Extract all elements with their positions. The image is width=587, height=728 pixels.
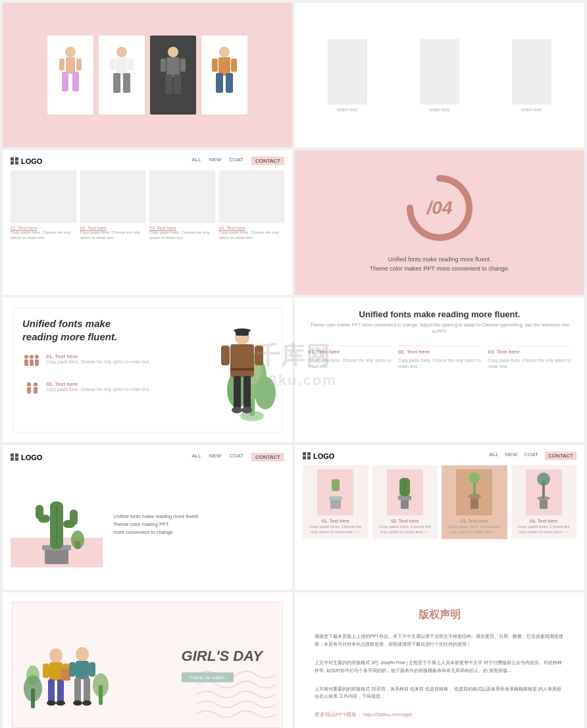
slide-8: LOGO ALL NEW COAT CONTACT xyxy=(295,445,584,590)
slide7-nav-new[interactable]: NEW xyxy=(209,453,222,461)
copyright-para2: 上文中对主要的的排版格式 1F]: Josefin Fine | 之指至于不算上… xyxy=(315,659,565,675)
logo-sq-12 xyxy=(307,456,311,459)
svg-rect-11 xyxy=(128,59,134,70)
svg-rect-97 xyxy=(89,662,95,677)
slide7-nav-all[interactable]: ALL xyxy=(191,453,201,461)
svg-point-77 xyxy=(469,473,480,483)
svg-rect-98 xyxy=(74,678,81,703)
slide7-text-3: more convenient to change. xyxy=(113,529,199,536)
logo-sq-11 xyxy=(303,456,306,459)
col-desc-2: Copy paste fonts. Choose the only option… xyxy=(398,357,482,369)
fig-col-2: retain text. xyxy=(420,39,459,112)
slide7-logo-icon xyxy=(11,454,18,461)
slide-3: LOGO ALL NEW COAT CONTACT 01. Text here … xyxy=(3,150,292,295)
svg-rect-83 xyxy=(31,689,35,708)
pcard-4: 04. Text here Copy paste fonts. Choose t… xyxy=(511,465,577,539)
logo-sq-10 xyxy=(307,452,311,455)
svg-point-81 xyxy=(537,473,550,486)
product-num-4: 04. Text here xyxy=(219,226,285,230)
product-desc-1: Copy paste fonts. Choose the only option… xyxy=(11,230,76,241)
copyright-link: 更多精品PPT模板： http://588ku.com/ppt/ xyxy=(315,711,565,718)
slide6-subtitle: Theme color makes PPT more convenient to… xyxy=(308,322,571,335)
col-title-1: 01. Text here xyxy=(308,349,392,355)
svg-rect-57 xyxy=(36,505,43,519)
nav-new[interactable]: NEW xyxy=(209,157,222,165)
logo-text: LOGO xyxy=(21,157,42,165)
pcard-img-1 xyxy=(317,469,353,515)
slide-5: Unified fonts make reading more fluent. xyxy=(3,298,292,442)
slide-4: /04 Unified fonts make reading more flue… xyxy=(295,150,584,295)
pcard-1: 01. Text here Copy paste fonts. Choose t… xyxy=(303,465,369,539)
svg-rect-7 xyxy=(116,57,128,76)
svg-point-18 xyxy=(219,47,230,57)
copyright-title: 版权声明 xyxy=(315,608,565,622)
svg-rect-3 xyxy=(72,72,79,91)
slide8-nav-coat[interactable]: COAT xyxy=(524,452,538,460)
col-item-3: 03. Text here Copy paste fonts. Choose t… xyxy=(488,343,571,369)
slide-7: LOGO ALL NEW COAT CONTACT xyxy=(3,445,292,590)
slide8-nav-contact[interactable]: CONTACT xyxy=(545,452,576,460)
svg-rect-43 xyxy=(243,376,251,409)
product-img-3 xyxy=(149,170,215,223)
fig-placeholder-2 xyxy=(420,39,459,105)
slide7-logo-text: LOGO xyxy=(21,454,42,461)
nav-contact[interactable]: CONTACT xyxy=(251,157,284,165)
slide-6: Unified fonts make reading more fluent. … xyxy=(295,298,584,442)
fig-placeholder-1 xyxy=(328,39,367,105)
slide5-inner: Unified fonts make reading more fluent. xyxy=(13,307,282,432)
slide7-text: Unified fonts make reading more fluent. … xyxy=(113,513,199,536)
pcard-desc-4: Copy paste fonts. Choose the only option… xyxy=(515,525,574,535)
logo-sq-6 xyxy=(15,454,18,457)
slide8-header: LOGO ALL NEW COAT CONTACT xyxy=(303,452,576,460)
svg-point-12 xyxy=(168,47,178,57)
slide7-content: Unified fonts make reading more fluent. … xyxy=(11,467,284,582)
svg-rect-35 xyxy=(34,387,38,394)
svg-rect-13 xyxy=(166,57,180,77)
product-item-3: 03. Text here Copy paste fonts. Choose t… xyxy=(149,170,215,241)
pcard-desc-3: Copy paste fonts. Choose the only option… xyxy=(445,525,504,535)
slide5-item2-desc: Copy paste fonts. Choose the only option… xyxy=(46,387,150,392)
logo-sq-8 xyxy=(15,457,18,461)
slide7-nav-contact[interactable]: CONTACT xyxy=(251,453,284,461)
product-img-1 xyxy=(11,170,76,223)
slide8-nav-all[interactable]: ALL xyxy=(489,452,498,460)
svg-rect-93 xyxy=(61,669,70,681)
svg-rect-99 xyxy=(84,678,90,703)
slide-grid: retain text. retain text. retain text. L… xyxy=(0,0,587,728)
pcard-desc-2: Copy paste fonts. Choose the only option… xyxy=(376,525,435,535)
slide3-logo: LOGO xyxy=(11,157,42,165)
fig-col-1: retain text. xyxy=(328,39,367,112)
col-item-2: 02. Text here Copy paste fonts. Choose t… xyxy=(398,343,482,369)
nav-all[interactable]: ALL xyxy=(191,157,201,165)
svg-rect-78 xyxy=(540,499,548,509)
svg-rect-70 xyxy=(401,499,409,509)
slide4-text: Unified fonts make reading more fluent. … xyxy=(370,255,509,274)
svg-rect-19 xyxy=(218,57,230,76)
thumb-3 xyxy=(150,36,196,115)
slide-2: retain text. retain text. retain text. xyxy=(295,3,584,147)
svg-rect-20 xyxy=(216,73,223,93)
slide7-text-2: Theme color making PPT xyxy=(113,521,199,529)
retain-text-1: retain text. xyxy=(337,107,359,112)
thanks-button[interactable]: Thanks for watch. xyxy=(182,673,234,683)
slide9-inner: GIRL'S DAY Thanks for watch. xyxy=(12,602,283,728)
svg-rect-34 xyxy=(27,387,31,394)
product-desc-4: Copy paste fonts. Choose the only option… xyxy=(219,230,285,241)
svg-point-94 xyxy=(76,647,89,662)
copyright-para1: 感谢您下载本页面上上述的PPT作品，本下方中文请以用于说明文字框架结构、请勿复写… xyxy=(315,633,565,648)
nav-coat[interactable]: COAT xyxy=(229,157,243,165)
svg-rect-30 xyxy=(30,359,34,366)
slide7-nav-coat[interactable]: COAT xyxy=(229,453,243,461)
svg-rect-59 xyxy=(70,509,78,525)
slide5-item1-title: 01. Text here xyxy=(46,353,150,359)
fig-placeholder-3 xyxy=(512,39,551,105)
copy-link-url[interactable]: http://588ku.com/ppt/ xyxy=(363,712,413,717)
product-grid: 01. Text here Copy paste fonts. Choose t… xyxy=(11,170,284,241)
slide8-nav-new[interactable]: NEW xyxy=(505,452,518,460)
col-divider-2 xyxy=(398,346,482,346)
pcard-img-2 xyxy=(387,469,423,515)
product-desc-2: Copy paste fonts. Choose the only option… xyxy=(80,230,146,241)
slide-9: GIRL'S DAY Thanks for watch. xyxy=(3,592,292,728)
logo-sq-4 xyxy=(15,161,18,165)
logo-sq-3 xyxy=(11,161,14,165)
